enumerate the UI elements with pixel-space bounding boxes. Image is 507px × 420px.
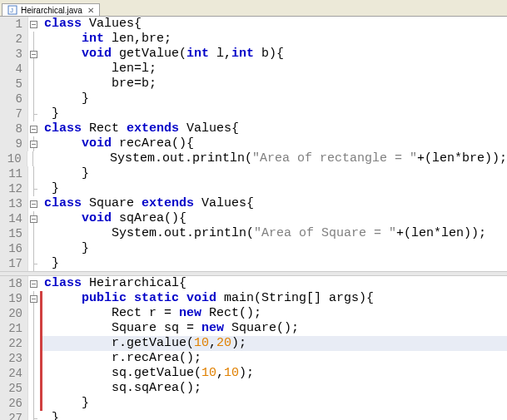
- file-tab[interactable]: J Heirarchical.java ✕: [2, 3, 100, 16]
- code-line[interactable]: sq.getValue(10,10);: [42, 366, 254, 381]
- code-line[interactable]: len=l;: [42, 62, 157, 77]
- fold-toggle[interactable]: [30, 126, 37, 133]
- line-number: 6: [0, 91, 28, 106]
- tab-label: Heirarchical.java: [21, 6, 82, 15]
- line-number: 1: [0, 17, 28, 32]
- line-number: 10: [0, 151, 27, 166]
- code-line[interactable]: class Rect extends Values{: [42, 121, 239, 136]
- code-line[interactable]: bre=b;: [42, 77, 157, 91]
- line-number: 16: [0, 241, 28, 256]
- line-number: 12: [0, 181, 28, 196]
- fold-toggle[interactable]: [30, 51, 37, 58]
- code-line[interactable]: public static void main(String[] args){: [42, 291, 374, 306]
- fold-toggle[interactable]: [30, 215, 37, 223]
- code-line[interactable]: }: [42, 411, 59, 420]
- fold-toggle[interactable]: [30, 295, 37, 303]
- code-line[interactable]: void recArea(){: [42, 136, 194, 151]
- line-number: 17: [0, 256, 28, 271]
- fold-toggle[interactable]: [30, 141, 37, 148]
- code-line-current[interactable]: r.getValue(10,20);: [42, 336, 246, 351]
- code-line[interactable]: r.recArea();: [42, 351, 201, 366]
- code-line[interactable]: }: [42, 166, 89, 181]
- line-number: 15: [0, 226, 28, 241]
- code-line[interactable]: class Values{: [42, 17, 142, 32]
- line-number: 19: [0, 291, 28, 306]
- line-number: 4: [0, 62, 28, 77]
- fold-toggle[interactable]: [30, 21, 37, 28]
- line-number: 14: [0, 211, 28, 226]
- line-number: 8: [0, 121, 28, 136]
- code-line[interactable]: Rect r = new Rect();: [42, 306, 261, 321]
- line-number: 9: [0, 136, 28, 151]
- line-number: 13: [0, 196, 28, 211]
- code-line[interactable]: sq.sqArea();: [42, 381, 201, 396]
- line-number: 7: [0, 106, 28, 121]
- line-number: 22: [0, 336, 28, 351]
- code-editor[interactable]: 1class Values{ 2 int len,bre; 3 void get…: [0, 17, 507, 420]
- line-number: 18: [0, 276, 28, 291]
- line-number: 26: [0, 396, 28, 411]
- close-icon[interactable]: ✕: [87, 6, 94, 15]
- code-line[interactable]: Square sq = new Square();: [42, 321, 299, 336]
- line-number: 11: [0, 166, 28, 181]
- code-line[interactable]: int len,bre;: [42, 32, 171, 47]
- line-number: 20: [0, 306, 28, 321]
- code-line[interactable]: System.out.println("Area of Square = "+(…: [42, 226, 486, 241]
- line-number: 24: [0, 366, 28, 381]
- code-line[interactable]: class Square extends Values{: [42, 196, 254, 211]
- line-number: 3: [0, 47, 28, 62]
- line-number: 21: [0, 321, 28, 336]
- line-number: 2: [0, 32, 28, 47]
- code-line[interactable]: }: [42, 91, 89, 106]
- code-line[interactable]: }: [42, 396, 89, 411]
- line-number: 5: [0, 77, 28, 91]
- code-line[interactable]: }: [42, 256, 59, 271]
- svg-text:J: J: [10, 7, 13, 14]
- fold-toggle[interactable]: [30, 280, 37, 288]
- fold-toggle[interactable]: [30, 200, 37, 208]
- code-line[interactable]: }: [42, 106, 59, 121]
- line-number: 27: [0, 411, 28, 420]
- code-line[interactable]: class Heirarchical{: [42, 276, 186, 291]
- fold-gutter: [28, 17, 40, 32]
- line-number: 23: [0, 351, 28, 366]
- code-line[interactable]: System.out.println("Area of rectangle = …: [41, 151, 507, 166]
- code-line[interactable]: void getValue(int l,int b){: [42, 47, 284, 62]
- code-line[interactable]: void sqArea(){: [42, 211, 186, 226]
- line-number: 25: [0, 381, 28, 396]
- tab-bar: J Heirarchical.java ✕: [0, 0, 507, 17]
- java-file-icon: J: [7, 5, 17, 15]
- code-line[interactable]: }: [42, 181, 59, 196]
- code-line[interactable]: }: [42, 241, 89, 256]
